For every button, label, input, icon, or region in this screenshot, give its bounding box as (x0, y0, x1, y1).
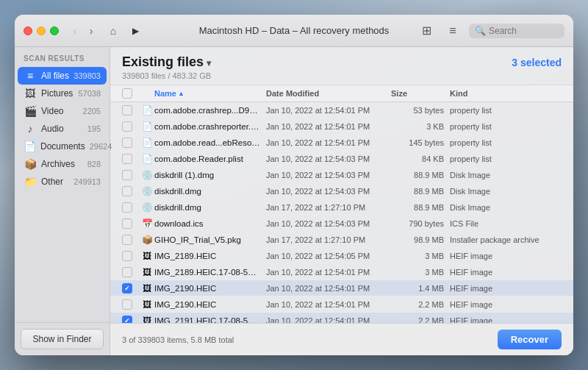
minimize-button[interactable] (37, 26, 46, 35)
file-size: 84 KB (391, 154, 450, 163)
table-row[interactable]: 💿 diskdrill.dmg Jan 10, 2022 at 12:54:03… (110, 183, 573, 199)
file-table[interactable]: Name ▲ Date Modified Size Kind 📄 (110, 85, 573, 323)
th-name[interactable]: Name ▲ (154, 88, 266, 99)
video-icon: 🎬 (24, 105, 37, 117)
file-kind: Disk Image (450, 171, 562, 179)
table-row[interactable]: 🖼 IMG_2190.HEIC Jan 10, 2022 at 12:54:01… (110, 296, 573, 313)
file-date: Jan 10, 2022 at 12:54:01 PM (266, 122, 391, 131)
sidebar-footer: Show in Finder (15, 322, 110, 355)
th-checkbox[interactable] (122, 88, 140, 99)
title-dropdown-chevron[interactable]: ▾ (207, 58, 211, 68)
table-row[interactable]: 💿 diskdrill (1).dmg Jan 10, 2022 at 12:5… (110, 167, 573, 183)
row-checkbox[interactable] (122, 267, 132, 277)
file-date: Jan 17, 2022 at 1:27:10 PM (266, 203, 391, 212)
sidebar-item-documents[interactable]: 📄 Documents 29624 (18, 138, 107, 155)
row-checkbox[interactable] (122, 186, 132, 196)
file-size: 3 MB (391, 252, 450, 260)
footer-info: 3 of 339803 items, 5.8 MB total (122, 335, 234, 344)
sidebar-item-archives[interactable]: 📦 Archives 828 (18, 155, 107, 173)
search-input[interactable] (489, 26, 559, 36)
table-row[interactable]: 📄 com.adobe.crashreporter.plist Jan 10, … (110, 118, 573, 135)
video-count: 2205 (83, 107, 101, 115)
file-icon: 🖼 (140, 299, 154, 310)
th-date[interactable]: Date Modified (266, 88, 391, 99)
table-row[interactable]: 📄 com.adobe.read...ebResource.plist ⊕ Ja… (110, 135, 573, 151)
nav-buttons: ‹ › (68, 24, 98, 38)
row-checkbox[interactable] (122, 283, 132, 293)
sidebar-item-pictures[interactable]: 🖼 Pictures 57038 (18, 85, 107, 102)
documents-icon: 📄 (24, 140, 36, 152)
sidebar: Scan results ≡ All files 339803 🖼 Pictur… (15, 47, 110, 355)
row-checkbox[interactable] (122, 105, 132, 115)
table-row[interactable]: 📄 com.adobe.Reader.plist Jan 10, 2022 at… (110, 151, 573, 167)
row-checkbox[interactable] (122, 299, 132, 310)
maximize-button[interactable] (50, 26, 59, 35)
title-bar: ‹ › ⌂ ▶ Macintosh HD – Data – All recove… (15, 15, 573, 47)
file-size: 3 MB (391, 268, 450, 277)
file-name: IMG_2190.HEIC (154, 300, 266, 309)
audio-icon: ♪ (24, 123, 37, 135)
file-icon: 📄 (140, 154, 154, 164)
row-checkbox[interactable] (122, 202, 132, 213)
row-checkbox[interactable] (122, 154, 132, 164)
other-icon: 📁 (24, 176, 37, 188)
row-checkbox[interactable] (122, 170, 132, 180)
recover-button[interactable]: Recover (498, 330, 562, 349)
view-options-button[interactable]: ⊞ (416, 21, 437, 41)
file-name: com.adobe.crashreporter.plist (154, 122, 266, 131)
table-row[interactable]: 🖼 IMG_2189.HEIC Jan 10, 2022 at 12:54:05… (110, 248, 573, 264)
filter-button[interactable]: ≡ (442, 21, 463, 41)
row-checkbox[interactable] (122, 235, 132, 245)
forward-button[interactable]: › (84, 24, 98, 38)
file-name: com.adobe.read...ebResource.plist ⊕ (154, 138, 266, 147)
file-icon: 💿 (140, 170, 154, 180)
file-name: com.adobe.crashrep...D91F8545130C.plist (154, 106, 266, 115)
table-row[interactable]: 📅 download.ics Jan 10, 2022 at 12:54:03 … (110, 216, 573, 232)
row-checkbox[interactable] (122, 316, 132, 324)
th-kind[interactable]: Kind (450, 88, 562, 99)
close-button[interactable] (24, 26, 32, 35)
file-name: diskdrill (1).dmg (154, 171, 266, 179)
file-date: Jan 10, 2022 at 12:54:03 PM (266, 171, 391, 179)
row-checkbox[interactable] (122, 138, 132, 148)
file-size: 790 bytes (391, 219, 450, 228)
file-kind: Disk Image (450, 203, 562, 212)
app-window: ‹ › ⌂ ▶ Macintosh HD – Data – All recove… (15, 15, 573, 355)
search-bar[interactable]: 🔍 (469, 24, 564, 38)
file-kind: property list (450, 138, 562, 147)
table-row[interactable]: 🖼 IMG_2191.HEIC.17-08-53-504.HEIC Jan 10… (110, 313, 573, 323)
table-row[interactable]: 🖼 IMG_2189.HEIC.17-08-55-824.HEIC Jan 10… (110, 264, 573, 280)
file-icon: 🖼 (140, 267, 154, 277)
archives-count: 828 (87, 160, 101, 168)
th-icon (140, 88, 154, 99)
file-kind: HEIF image (450, 252, 562, 260)
file-size: 1.4 MB (391, 284, 450, 293)
home-button[interactable]: ⌂ (104, 22, 122, 40)
file-icon: 📅 (140, 218, 154, 229)
file-date: Jan 10, 2022 at 12:54:03 PM (266, 154, 391, 163)
file-icon: 🖼 (140, 283, 154, 293)
show-in-finder-button[interactable]: Show in Finder (21, 329, 104, 349)
row-checkbox[interactable] (122, 251, 132, 261)
table-row[interactable]: 📄 com.adobe.crashrep...D91F8545130C.plis… (110, 102, 573, 118)
header-checkbox[interactable] (122, 88, 132, 99)
file-kind: HEIF image (450, 316, 562, 324)
sidebar-item-other[interactable]: 📁 Other 249913 (18, 173, 107, 191)
documents-count: 29624 (90, 142, 112, 151)
sidebar-item-all-files[interactable]: ≡ All files 339803 (18, 67, 107, 85)
file-size: 98.9 MB (391, 235, 450, 244)
file-size: 88.9 MB (391, 187, 450, 196)
th-size[interactable]: Size (391, 88, 450, 99)
row-checkbox[interactable] (122, 218, 132, 229)
row-checkbox[interactable] (122, 121, 132, 132)
sidebar-item-audio[interactable]: ♪ Audio 195 (18, 120, 107, 138)
table-row[interactable]: 🖼 IMG_2190.HEIC Jan 10, 2022 at 12:54:01… (110, 280, 573, 296)
back-button[interactable]: ‹ (68, 24, 82, 38)
table-row[interactable]: 📦 GIHO_IR_Trial_V5.pkg Jan 17, 2022 at 1… (110, 232, 573, 248)
table-row[interactable]: 💿 diskdrill.dmg Jan 17, 2022 at 1:27:10 … (110, 199, 573, 216)
file-name: IMG_2189.HEIC.17-08-55-824.HEIC (154, 268, 266, 277)
play-button[interactable]: ▶ (128, 24, 143, 38)
sidebar-item-video[interactable]: 🎬 Video 2205 (18, 102, 107, 120)
pictures-label: Pictures (41, 88, 74, 99)
traffic-lights (24, 26, 59, 35)
